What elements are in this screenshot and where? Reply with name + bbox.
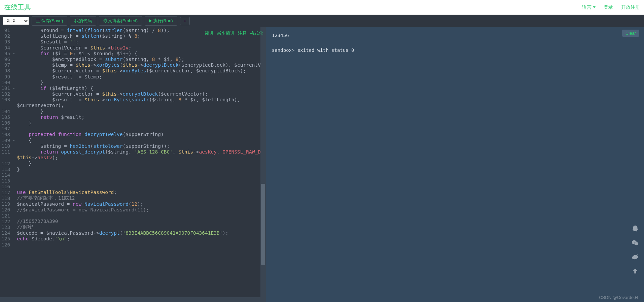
code-editor[interactable]: 91 92 93 94 95 96 97 98 99 100 101 102 1… — [0, 27, 266, 297]
login-link[interactable]: 登录 — [604, 4, 613, 10]
embed-button[interactable]: 嵌入博客(Embed) — [99, 16, 142, 26]
save-icon — [36, 19, 40, 23]
output-result: 123456 — [272, 32, 638, 39]
editor-pane: 缩进 减少缩进 注释 格式化 91 92 93 94 95 96 97 98 9… — [0, 27, 266, 302]
save-button[interactable]: 保存(Save) — [32, 16, 67, 26]
header-links: 语言 登录 开放注册 — [582, 4, 640, 10]
play-icon — [149, 19, 152, 23]
format-action[interactable]: 格式化 — [250, 30, 263, 36]
output-pane: Clear 123456 sandbox> exited with status… — [266, 27, 644, 302]
site-title: 在线工具 — [4, 3, 31, 12]
main-area: 缩进 减少缩进 注释 格式化 91 92 93 94 95 96 97 98 9… — [0, 27, 644, 302]
floating-social-icons — [631, 225, 639, 275]
clear-button[interactable]: Clear — [622, 30, 639, 37]
language-select[interactable]: PHP — [3, 17, 29, 25]
language-link[interactable]: 语言 — [582, 4, 596, 10]
wechat-icon[interactable] — [631, 239, 639, 247]
fold-column: ▾▾▾ — [13, 27, 17, 297]
horizontal-scrollbar[interactable] — [0, 297, 266, 302]
outdent-action[interactable]: 减少缩进 — [217, 30, 235, 36]
watermark: CSDN @Covarde.H — [599, 295, 638, 300]
code-content[interactable]: $round = intval(floor(strlen($string) / … — [17, 27, 260, 297]
run-button[interactable]: 执行(Run) — [145, 16, 177, 26]
indent-action[interactable]: 缩进 — [205, 30, 214, 36]
vertical-scrollbar[interactable] — [260, 27, 266, 297]
comment-action[interactable]: 注释 — [238, 30, 247, 36]
toolbar: PHP 保存(Save) 我的代码 嵌入博客(Embed) 执行(Run) + — [0, 15, 644, 27]
chevron-down-icon — [593, 6, 596, 8]
output-status: sandbox> exited with status 0 — [272, 46, 638, 54]
weibo-icon[interactable] — [631, 253, 639, 261]
top-header: 在线工具 语言 登录 开放注册 — [0, 0, 644, 15]
add-button[interactable]: + — [180, 17, 190, 25]
line-gutter: 91 92 93 94 95 96 97 98 99 100 101 102 1… — [0, 27, 13, 297]
mycode-button[interactable]: 我的代码 — [70, 16, 96, 26]
scroll-top-icon[interactable] — [631, 267, 639, 275]
scrollbar-thumb[interactable] — [261, 184, 265, 265]
qq-icon[interactable] — [631, 225, 639, 233]
register-link[interactable]: 开放注册 — [621, 4, 640, 10]
editor-actions: 缩进 减少缩进 注释 格式化 — [205, 30, 263, 36]
